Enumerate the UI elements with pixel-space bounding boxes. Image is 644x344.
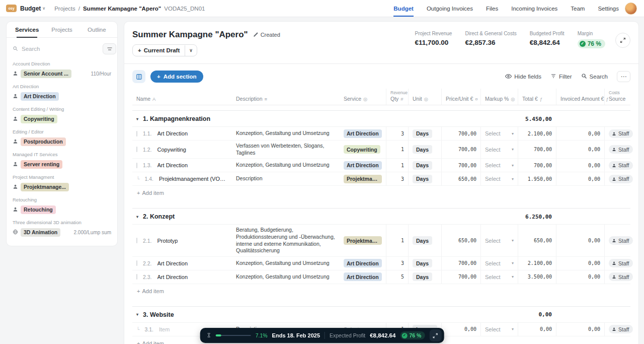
description-cell[interactable]: Description: [232, 172, 340, 185]
column-header-price[interactable]: Price/Unit €¤: [441, 89, 480, 105]
service-badge[interactable]: Art Direction: [21, 92, 59, 101]
source-cell[interactable]: Staff: [604, 172, 630, 185]
collapse-caret-icon[interactable]: ▾: [136, 215, 138, 219]
unit-cell[interactable]: Days: [408, 159, 441, 172]
more-options-button[interactable]: ⋯: [617, 71, 630, 82]
sidebar-tab-services[interactable]: Services: [10, 22, 44, 37]
service-cell[interactable]: Projektmanage...: [340, 172, 386, 185]
table-row[interactable]: └1.4.Projektmanagement (VODA) Descriptio…: [132, 172, 630, 186]
markup-select[interactable]: Select▾: [480, 323, 518, 336]
qty-cell[interactable]: 5: [386, 270, 408, 284]
expand-stats-button[interactable]: [615, 33, 630, 48]
qty-cell[interactable]: 1: [386, 159, 408, 172]
column-header-qty[interactable]: RevenueQty#: [386, 89, 408, 105]
table-row[interactable]: 2.3.Art Direction Konzeption, Gestaltung…: [132, 270, 630, 284]
service-item[interactable]: Server renting: [13, 159, 111, 170]
service-item[interactable]: Projektmanage...: [13, 181, 111, 192]
board-view-icon[interactable]: [132, 70, 145, 83]
service-badge[interactable]: Copywriting: [21, 115, 57, 123]
service-cell[interactable]: Copywriting: [340, 141, 386, 158]
service-badge[interactable]: Server renting: [21, 160, 62, 169]
qty-cell[interactable]: 3: [386, 257, 408, 270]
section-header[interactable]: ▾3. Website 0,00: [132, 307, 630, 323]
unit-cell[interactable]: Days: [408, 127, 441, 140]
service-item[interactable]: Postproduction: [13, 136, 111, 147]
sidebar-tab-projects[interactable]: Projects: [44, 22, 79, 37]
tab-incoming-invoices[interactable]: Incoming Invoices: [511, 0, 557, 17]
tab-files[interactable]: Files: [486, 0, 498, 17]
column-header-service[interactable]: Service◎: [340, 89, 386, 105]
service-cell[interactable]: Art Direction: [340, 257, 386, 270]
service-item[interactable]: Copywriting: [13, 113, 111, 124]
add-section-button[interactable]: + Add section: [150, 71, 203, 83]
source-cell[interactable]: Staff: [604, 159, 630, 172]
hide-fields-button[interactable]: Hide fields: [505, 73, 541, 81]
description-cell[interactable]: Konzeption, Gestaltung und Umsetzung: [232, 159, 340, 172]
description-cell[interactable]: Konzeption, Gestaltung und Umsetzung: [232, 270, 340, 284]
pencil-icon[interactable]: [253, 32, 259, 38]
drag-handle[interactable]: [136, 274, 137, 280]
price-cell[interactable]: 700,00: [441, 141, 480, 158]
service-cell[interactable]: Projektmanage...: [340, 225, 386, 256]
table-row[interactable]: 1.2.Copywriting Verfassen von Werbetexte…: [132, 141, 630, 159]
search-button[interactable]: Search: [581, 73, 608, 80]
service-cell[interactable]: Art Direction: [340, 270, 386, 284]
price-cell[interactable]: 0,00: [441, 323, 480, 336]
qty-cell[interactable]: 3: [386, 172, 408, 185]
drag-handle[interactable]: [136, 147, 137, 152]
search-input[interactable]: [22, 46, 99, 52]
filter-button[interactable]: Filter: [550, 73, 572, 80]
source-cell[interactable]: Staff: [604, 141, 630, 158]
markup-select[interactable]: Select▾: [480, 127, 518, 140]
price-cell[interactable]: 700,00: [441, 159, 480, 172]
table-row[interactable]: 1.1.Art Direction Konzeption, Gestaltung…: [132, 127, 630, 141]
service-badge[interactable]: Projektmanage...: [21, 183, 69, 191]
source-cell[interactable]: Staff: [604, 270, 630, 284]
description-cell[interactable]: Verfassen von Werbetexten, Slogans, Tagl…: [232, 141, 340, 158]
price-cell[interactable]: 650,00: [441, 172, 480, 185]
service-cell[interactable]: Art Direction: [340, 159, 386, 172]
user-avatar[interactable]: [625, 3, 637, 15]
unit-cell[interactable]: Days: [408, 225, 441, 256]
unit-cell[interactable]: Days: [408, 172, 441, 185]
breadcrumb-projects[interactable]: Projects: [54, 6, 75, 12]
description-cell[interactable]: Konzeption, Gestaltung und Umsetzung: [232, 257, 340, 270]
unit-cell[interactable]: Days: [408, 257, 441, 270]
column-header-unit[interactable]: Unit◎: [408, 89, 441, 105]
service-item[interactable]: Senior Account ... 110/Hour: [13, 68, 111, 79]
service-item[interactable]: Art Direction: [13, 91, 111, 102]
service-badge[interactable]: Retouching: [21, 205, 56, 214]
source-cell[interactable]: Staff: [604, 323, 630, 336]
tab-settings[interactable]: Settings: [598, 0, 619, 17]
table-row[interactable]: 2.2.Art Direction Konzeption, Gestaltung…: [132, 257, 630, 270]
drag-handle[interactable]: [136, 260, 137, 266]
column-header-description[interactable]: Description≡: [232, 89, 340, 105]
sidebar-tab-outline[interactable]: Outline: [79, 22, 114, 37]
column-header-name[interactable]: NameA: [132, 89, 232, 105]
description-cell[interactable]: Beratung, Budgetierung, Produktionssteue…: [232, 225, 340, 256]
price-cell[interactable]: 700,00: [441, 270, 480, 284]
price-cell[interactable]: 650,00: [441, 225, 480, 256]
price-cell[interactable]: 700,00: [441, 257, 480, 270]
draft-chevron-down-icon[interactable]: ∨: [185, 45, 197, 56]
markup-select[interactable]: Select▾: [480, 225, 518, 256]
workspace-switcher[interactable]: Budget: [20, 5, 41, 12]
expand-summary-button[interactable]: [429, 329, 441, 341]
column-header-invoiced[interactable]: Invoiced Amount €ƒ: [556, 89, 604, 105]
source-cell[interactable]: Staff: [604, 127, 630, 140]
current-draft-button[interactable]: +Current Draft ∨: [132, 44, 197, 56]
drag-handle[interactable]: [136, 163, 137, 168]
add-item-button[interactable]: +Add item: [132, 186, 630, 200]
service-badge[interactable]: Senior Account ...: [21, 70, 71, 78]
service-cell[interactable]: Art Direction: [340, 127, 386, 140]
table-row[interactable]: 1.3.Art Direction Konzeption, Gestaltung…: [132, 159, 630, 172]
source-cell[interactable]: Staff: [604, 225, 630, 256]
tab-outgoing-invoices[interactable]: Outgoing Invoices: [427, 0, 473, 17]
markup-select[interactable]: Select▾: [480, 172, 518, 185]
markup-select[interactable]: Select▾: [480, 141, 518, 158]
service-badge[interactable]: 3D Animation: [21, 228, 60, 237]
tab-team[interactable]: Team: [571, 0, 585, 17]
qty-cell[interactable]: 1: [386, 141, 408, 158]
drag-handle[interactable]: [136, 238, 137, 243]
add-item-button[interactable]: +Add item: [132, 284, 630, 298]
